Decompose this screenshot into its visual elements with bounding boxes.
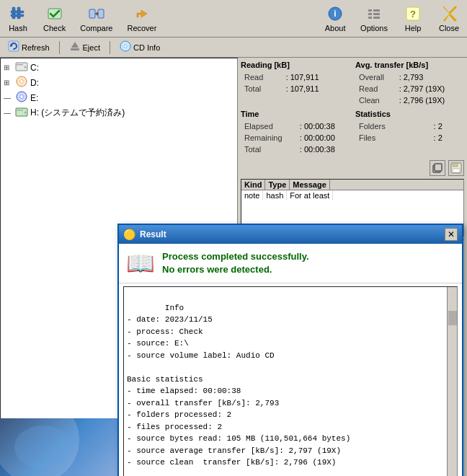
statistics-table: Folders : 2 Files : 2 xyxy=(355,120,464,144)
menu-hash[interactable]: Hash xyxy=(0,1,36,35)
refresh-label: Refresh xyxy=(22,43,50,52)
svg-point-28 xyxy=(20,80,24,84)
menu-help[interactable]: ? Help xyxy=(395,1,431,35)
log-kind: note xyxy=(241,190,263,200)
svg-point-30 xyxy=(20,95,24,99)
svg-rect-3 xyxy=(11,14,24,17)
remaining-label: Remaining xyxy=(242,133,296,143)
total-read-value: : 107,911 xyxy=(284,84,348,94)
refresh-button[interactable]: Refresh xyxy=(3,40,55,56)
copy-grid-button[interactable] xyxy=(430,160,445,176)
scrollbar-thumb[interactable] xyxy=(448,311,457,325)
about-label: About xyxy=(325,24,346,32)
success-line2: No errors were detected. xyxy=(162,263,309,276)
avg-transfer-title: Avg. transfer [kB/s] xyxy=(355,61,464,69)
svg-rect-12 xyxy=(373,9,380,12)
dialog-header: 📖 Process completed successfully. No err… xyxy=(119,244,462,283)
files-label: Files xyxy=(357,133,430,143)
svg-rect-33 xyxy=(17,110,23,111)
dialog-content[interactable]: Info - date: 2023/11/15 - process: Check… xyxy=(123,286,458,476)
svg-marker-21 xyxy=(71,42,79,48)
success-line1: Process completed successfully. xyxy=(162,250,309,263)
toolbar-sep-2 xyxy=(110,41,110,54)
background-image xyxy=(0,418,119,476)
clean-label: Clean xyxy=(357,95,396,105)
folders-label: Folders xyxy=(357,121,430,131)
svg-rect-20 xyxy=(71,48,79,50)
cdinfo-button[interactable]: CD Info xyxy=(115,40,165,56)
tree-item-d[interactable]: ⊞ D: xyxy=(2,75,236,90)
compare-icon xyxy=(88,5,105,22)
recover-icon xyxy=(133,5,151,22)
time-table: Elapsed : 00:00:38 Remaining : 00:00:00 … xyxy=(241,120,350,156)
reading-box: Reading [kB] Read : 107,911 Total : 107,… xyxy=(241,61,350,107)
svg-rect-9 xyxy=(368,9,372,12)
log-header: Kind Type Message xyxy=(241,180,463,190)
log-type: hash xyxy=(263,190,287,200)
expand-c: ⊞ xyxy=(4,63,15,71)
folders-value: : 2 xyxy=(432,121,463,131)
dialog-book-icon: 📖 xyxy=(126,250,155,277)
svg-rect-10 xyxy=(368,13,372,15)
dialog-success-text: Process completed successfully. No error… xyxy=(162,250,309,276)
elapsed-value: : 00:00:38 xyxy=(298,121,348,131)
menu-recover[interactable]: Recover xyxy=(120,1,164,35)
main-area: ⊞ C: ⊞ D: — xyxy=(0,58,467,476)
tree-item-c[interactable]: ⊞ C: xyxy=(2,60,236,75)
statistics-box: Statistics Folders : 2 Files : 2 xyxy=(355,110,464,156)
overall-value: : 2,793 xyxy=(397,72,463,82)
log-row: note hash For at least xyxy=(241,190,463,200)
options-icon xyxy=(365,5,383,22)
log-col-kind: Kind xyxy=(241,180,265,190)
save-log-button[interactable] xyxy=(448,160,464,176)
cdinfo-icon xyxy=(120,40,131,54)
toolbar-sep-1 xyxy=(59,41,60,54)
dialog-title-text: Result xyxy=(140,229,166,239)
menu-about[interactable]: i About xyxy=(317,1,353,35)
refresh-icon xyxy=(8,40,19,54)
read-label: Read xyxy=(242,72,283,82)
clean-value: : 2,796 (19X) xyxy=(397,95,463,105)
overall-label: Overall xyxy=(357,72,396,82)
dialog-titlebar: 🟡 Result ✕ xyxy=(119,225,462,244)
hash-label: Hash xyxy=(9,24,27,32)
dialog-scrollbar[interactable] xyxy=(447,287,457,476)
svg-point-32 xyxy=(25,112,27,114)
drive-d-icon xyxy=(15,76,28,89)
avg-read-label: Read xyxy=(357,84,396,94)
expand-d: ⊞ xyxy=(4,79,15,87)
recover-label: Recover xyxy=(127,24,156,32)
drive-h-icon xyxy=(15,106,28,120)
dialog-close-button[interactable]: ✕ xyxy=(445,228,458,241)
result-dialog: 🟡 Result ✕ 📖 Process completed successfu… xyxy=(117,224,463,476)
svg-point-25 xyxy=(25,66,27,69)
elapsed-label: Elapsed xyxy=(242,121,296,131)
log-message: For at least xyxy=(287,190,333,200)
menubar: Hash Check Compare Recover xyxy=(0,0,467,38)
log-col-message: Message xyxy=(290,180,329,190)
svg-rect-6 xyxy=(98,9,104,18)
stats-row-1: Reading [kB] Read : 107,911 Total : 107,… xyxy=(241,61,464,107)
check-icon xyxy=(46,5,63,22)
menu-close[interactable]: Close xyxy=(431,1,467,35)
menu-compare[interactable]: Compare xyxy=(73,1,120,35)
svg-rect-2 xyxy=(11,11,24,13)
menu-check[interactable]: Check xyxy=(36,1,73,35)
close-icon xyxy=(440,5,458,22)
tree-label-h: H: (システムで予約済み) xyxy=(30,107,125,119)
about-icon: i xyxy=(326,5,344,22)
svg-rect-5 xyxy=(89,9,95,18)
cdinfo-label: CD Info xyxy=(133,43,160,52)
read-value: : 107,911 xyxy=(284,72,348,82)
tree-item-h[interactable]: — H: (システムで予約済み) xyxy=(2,105,236,120)
eject-button[interactable]: Eject xyxy=(64,40,105,56)
avg-transfer-box: Avg. transfer [kB/s] Overall : 2,793 Rea… xyxy=(355,61,464,107)
tree-label-c: C: xyxy=(30,63,39,73)
menu-options[interactable]: Options xyxy=(353,1,395,35)
tree-item-e[interactable]: — E: xyxy=(2,90,236,105)
svg-rect-11 xyxy=(368,17,372,19)
total-read-label: Total xyxy=(242,84,283,94)
log-col-type: Type xyxy=(265,180,290,190)
svg-text:i: i xyxy=(334,9,336,19)
svg-point-23 xyxy=(124,45,127,48)
